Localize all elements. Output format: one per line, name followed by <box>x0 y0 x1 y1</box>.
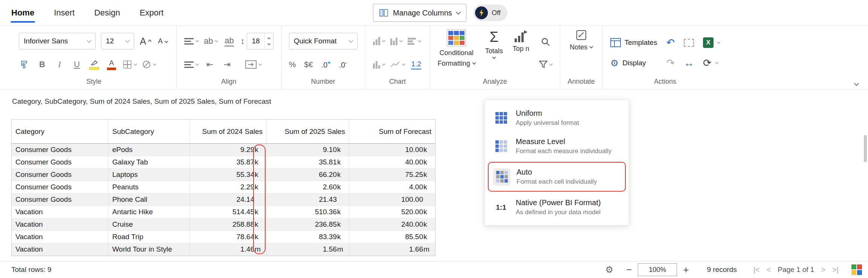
percent-format-button[interactable]: % <box>289 60 296 69</box>
decrease-font-button[interactable]: A <box>157 34 169 49</box>
cell-2025[interactable]: 510.36k <box>267 206 349 218</box>
cell-2024[interactable]: 1.46m <box>190 243 267 256</box>
cell-category[interactable]: Vacation <box>12 218 108 231</box>
increase-font-button[interactable]: A <box>139 34 151 49</box>
menu-item-uniform[interactable]: Uniform Apply universal format <box>488 104 626 132</box>
bold-button[interactable]: B <box>36 57 48 72</box>
top-n-button[interactable]: Top n <box>513 28 529 78</box>
italic-button[interactable]: I <box>53 57 66 72</box>
cell-2024[interactable]: 514.45k <box>190 206 267 218</box>
cell-forecast[interactable]: 4.00k <box>349 181 435 194</box>
clear-formatting-button[interactable] <box>142 57 156 72</box>
last-page-button[interactable]: >| <box>832 266 839 274</box>
cell-2024[interactable]: 9.29k <box>190 144 267 156</box>
cell-category[interactable]: Vacation <box>12 206 108 218</box>
zoom-out-button[interactable]: − <box>623 264 635 276</box>
settings-gear-icon[interactable]: ⚙ <box>605 264 614 275</box>
borders-button[interactable] <box>123 57 137 72</box>
cell-forecast[interactable]: 75.25k <box>349 169 435 181</box>
cell-2025[interactable]: 236.85k <box>267 218 349 231</box>
cell-subcategory[interactable]: World Tour in Style <box>108 243 190 256</box>
cell-2025[interactable]: 21.43 <box>267 194 349 206</box>
previous-page-button[interactable]: < <box>767 266 771 274</box>
cell-2024[interactable]: 55.34k <box>190 169 267 181</box>
export-excel-button[interactable]: X <box>703 34 720 51</box>
cell-category[interactable]: Consumer Goods <box>12 194 108 206</box>
menu-item-native[interactable]: 1:1 Native (Power BI Format) As defined … <box>488 193 626 221</box>
fit-width-button[interactable]: ↔ <box>684 55 694 71</box>
collapse-ribbon-chevron[interactable] <box>854 81 859 86</box>
currency-format-button[interactable]: $€ <box>304 60 313 69</box>
bar-chart-button[interactable] <box>408 34 421 49</box>
column-header-category[interactable]: Category <box>12 120 108 144</box>
filter-button[interactable] <box>539 57 552 72</box>
underline-button[interactable]: U <box>71 57 83 72</box>
undo-button[interactable]: ↶ <box>666 34 675 51</box>
column-chart-button[interactable] <box>373 34 385 49</box>
templates-button[interactable]: Templates <box>610 34 657 51</box>
conditional-formatting-button[interactable]: Conditional Formatting <box>438 28 475 78</box>
highlight-color-button[interactable] <box>88 57 100 72</box>
zoom-in-button[interactable]: + <box>680 264 692 276</box>
zoom-level-value[interactable]: 100% <box>638 263 677 276</box>
next-page-button[interactable]: > <box>821 266 825 274</box>
text-wrap-button[interactable]: ab <box>204 34 218 49</box>
cell-forecast[interactable]: 520.00k <box>349 206 435 218</box>
cell-subcategory[interactable]: Galaxy Tab <box>108 156 190 169</box>
tab-insert[interactable]: Insert <box>54 0 75 26</box>
cell-category[interactable]: Consumer Goods <box>12 156 108 169</box>
vertical-align-button[interactable] <box>184 57 199 72</box>
cell-2024[interactable]: 2.29k <box>190 181 267 194</box>
merge-cells-button[interactable] <box>245 57 261 72</box>
cell-subcategory[interactable]: ePods <box>108 144 190 156</box>
notes-button[interactable]: Notes <box>570 28 593 78</box>
column-header-2025-sales[interactable]: Sum of 2025 Sales <box>267 120 349 144</box>
increase-indent-button[interactable]: ⇥ <box>221 57 233 72</box>
cell-2025[interactable]: 1.56m <box>267 243 349 256</box>
cell-category[interactable]: Consumer Goods <box>12 181 108 194</box>
cell-2025[interactable]: 35.81k <box>267 156 349 169</box>
cell-subcategory[interactable]: Laptops <box>108 169 190 181</box>
cell-forecast[interactable]: 40.00k <box>349 156 435 169</box>
cell-2025[interactable]: 9.10k <box>267 144 349 156</box>
cell-forecast[interactable]: 1.66m <box>349 243 435 256</box>
vertical-scrollbar-thumb[interactable] <box>864 135 867 162</box>
column-header-subcategory[interactable]: SubCategory <box>108 120 190 144</box>
increase-decimals-button[interactable]: .0+ <box>321 60 331 69</box>
cell-subcategory[interactable]: Antartic Hike <box>108 206 190 218</box>
selection-mode-button[interactable] <box>684 34 694 51</box>
horizontal-align-button[interactable] <box>184 34 199 49</box>
menu-item-measure-level[interactable]: Measure Level Format each measure indivi… <box>488 132 626 160</box>
stepper-arrows[interactable] <box>264 33 273 49</box>
format-painter-button[interactable] <box>19 57 31 72</box>
cell-category[interactable]: Vacation <box>12 243 108 256</box>
cell-2024[interactable]: 78.64k <box>190 231 267 243</box>
cell-2024[interactable]: 35.87k <box>190 156 267 169</box>
manage-columns-button[interactable]: Manage Columns <box>373 4 466 22</box>
cell-category[interactable]: Vacation <box>12 231 108 243</box>
decrease-indent-button[interactable]: ⇤ <box>204 57 216 72</box>
power-toggle[interactable]: Off <box>473 5 507 21</box>
first-page-button[interactable]: |< <box>753 266 760 274</box>
cell-subcategory[interactable]: Phone Call <box>108 194 190 206</box>
display-button[interactable]: ⚙ Display <box>610 55 657 71</box>
row-height-stepper[interactable]: 18 <box>247 33 273 49</box>
cell-2025[interactable]: 2.60k <box>267 181 349 194</box>
font-color-button[interactable]: A <box>105 57 118 72</box>
row-height-control[interactable]: ↕ 18 <box>240 34 273 49</box>
cell-2025[interactable]: 66.20k <box>267 169 349 181</box>
font-family-select[interactable]: Inforiver Sans <box>19 33 96 49</box>
cell-category[interactable]: Consumer Goods <box>12 144 108 156</box>
redo-button[interactable]: ↷ <box>666 55 675 71</box>
totals-button[interactable]: Σ Totals <box>485 28 503 78</box>
quick-format-select[interactable]: Quick Format <box>289 33 358 49</box>
tab-home[interactable]: Home <box>11 0 34 26</box>
tab-design[interactable]: Design <box>94 0 120 26</box>
refresh-button[interactable]: ⟳ <box>703 55 720 71</box>
combo-chart-button[interactable] <box>373 57 385 72</box>
cell-forecast[interactable]: 85.50k <box>349 231 435 243</box>
stacked-chart-button[interactable] <box>390 34 402 49</box>
cell-subcategory[interactable]: Road Trip <box>108 231 190 243</box>
menu-item-auto[interactable]: Auto Format each cell individually <box>488 162 626 192</box>
column-header-2024-sales[interactable]: Sum of 2024 Sales <box>190 120 267 144</box>
